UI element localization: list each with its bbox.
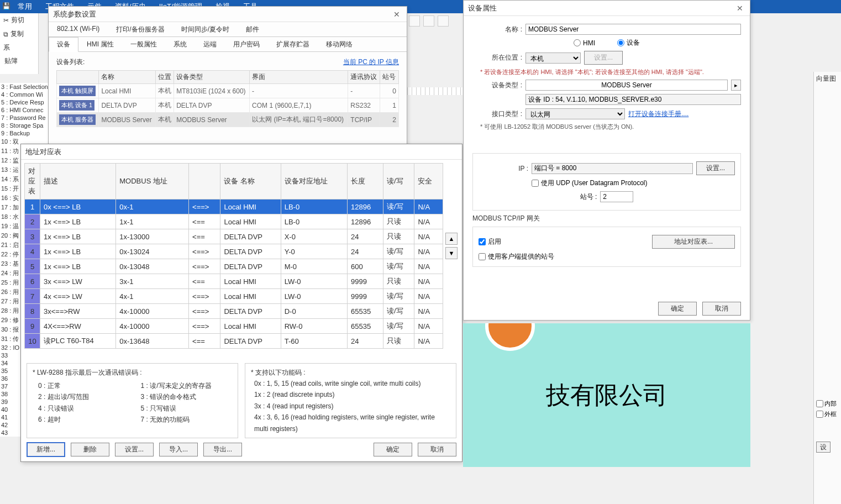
addr-dialog-titlebar[interactable]: 地址对应表 — [21, 144, 462, 160]
devtype-input[interactable] — [525, 80, 728, 91]
window-list-item[interactable]: 9 : Backup — [0, 129, 55, 137]
sys-tab[interactable]: 设备 — [49, 37, 78, 52]
canvas-text: 技有限公司 — [546, 379, 667, 412]
window-list-item[interactable]: 7 : Password Re — [0, 114, 55, 122]
device-manual-link[interactable]: 打开设备连接手册.... — [628, 109, 688, 119]
client-station-checkbox[interactable]: 使用客户端提供的站号 — [479, 252, 554, 261]
ok-button[interactable]: 确定 — [374, 443, 412, 456]
cancel-button[interactable]: 取消 — [702, 302, 741, 316]
menu-common[interactable]: 常用 — [11, 2, 39, 12]
window-list-item[interactable]: 6 : HMI Connec — [0, 106, 55, 114]
devtype-browse-button[interactable]: ▸ — [731, 80, 741, 91]
toolbar-icon-3[interactable] — [438, 15, 449, 27]
window-list-item[interactable]: 5 : Device Resp — [0, 98, 55, 106]
sys-tab[interactable]: 系统 — [165, 37, 195, 51]
addr-col-header[interactable]: 设备对应地址 — [281, 164, 347, 200]
close-icon[interactable]: ✕ — [734, 4, 745, 13]
sys-dialog-titlebar[interactable]: 系统参数设置 ✕ — [49, 7, 407, 22]
sys-tab[interactable]: 用户密码 — [225, 37, 268, 51]
delete-button[interactable]: 删除 — [71, 443, 109, 456]
addr-row[interactable]: 74x <==> LW4x-1<==>Local HMILW-09999读/写N… — [25, 289, 443, 304]
addr-button-bar: 新增... 删除 设置... 导入... 导出... 确定 取消 — [27, 442, 456, 457]
device-col-header[interactable]: 名称 — [99, 71, 155, 84]
ok-button[interactable]: 确定 — [658, 302, 697, 316]
dev-dialog-titlebar[interactable]: 设备属性 ✕ — [464, 1, 750, 16]
move-up-button[interactable]: ▲ — [445, 233, 458, 245]
close-icon[interactable]: ✕ — [391, 10, 402, 19]
name-input[interactable] — [525, 24, 741, 35]
station-input[interactable] — [600, 191, 633, 202]
sys-tab[interactable]: 移动网络 — [318, 37, 361, 51]
addr-row[interactable]: 83x<==>RW4x-10000<==>DELTA DVPD-065535读/… — [25, 304, 443, 319]
device-col-header[interactable]: 界面 — [250, 71, 348, 84]
device-col-header[interactable]: 位置 — [155, 71, 174, 84]
location-select[interactable]: 本机 — [525, 53, 581, 64]
device-col-header[interactable]: 站号 — [380, 71, 399, 84]
addr-row[interactable]: 41x <==> LB0x-13024<==>DELTA DVPY-024读/写… — [25, 244, 443, 259]
window-list-item[interactable]: 4 : Common Wi — [0, 91, 55, 98]
window-list-item[interactable]: 3 : Fast Selection — [0, 83, 55, 91]
addr-row[interactable]: 10x <==> LB0x-1<==>Local HMILB-012896读/写… — [25, 200, 443, 214]
window-list-item[interactable]: 8 : Storage Spa — [0, 122, 55, 129]
sys-tab[interactable]: 远端 — [195, 37, 225, 51]
toolbar-icon-1[interactable] — [409, 15, 420, 27]
gateway-enable-checkbox[interactable]: 启用 — [479, 237, 501, 246]
inner-checkbox[interactable]: 内部 — [816, 400, 839, 408]
new-button[interactable]: 新增... — [27, 442, 65, 457]
addr-col-header[interactable]: 读/写 — [383, 164, 414, 200]
sys-tab[interactable]: 一般属性 — [122, 37, 165, 51]
addr-col-header[interactable]: 描述 — [40, 164, 116, 200]
interface-label: 接口类型 : — [472, 109, 522, 119]
addr-row[interactable]: 31x <==> LB1x-13000<==DELTA DVPX-024只读N/… — [25, 229, 443, 244]
device-table: 名称位置设备类型界面通讯协议站号 本机 触摸屏Local HMI本机MT8103… — [56, 70, 399, 127]
addr-row[interactable]: 21x <==> LB1x-1<==Local HMILB-012896只读N/… — [25, 214, 443, 229]
device-row[interactable]: 本机 设备 1DELTA DVP本机DELTA DVPCOM 1 (9600,E… — [57, 98, 399, 113]
device-list-label: 设备列表: — [56, 57, 85, 67]
sys-tab[interactable]: 扩展存贮器 — [268, 37, 318, 51]
device-col-header[interactable]: 设备类型 — [174, 71, 250, 84]
vector-panel-title: 向量图 — [816, 74, 839, 83]
pc-ip-link[interactable]: 当前 PC 的 IP 信息 — [343, 57, 399, 67]
sys-tab[interactable]: 时间同步/夏令时 — [173, 22, 238, 36]
save-icon[interactable]: 💾 — [2, 2, 11, 11]
device-col-header[interactable] — [57, 71, 99, 84]
vector-settings-button[interactable]: 设 — [816, 442, 831, 453]
addr-col-header[interactable]: 长度 — [348, 164, 383, 200]
cancel-button[interactable]: 取消 — [418, 443, 456, 456]
toolbar-icon-2[interactable] — [423, 15, 434, 27]
sys-button[interactable]: 系 — [0, 41, 38, 55]
udp-checkbox[interactable]: 使用 UDP (User Datagram Protocol) — [532, 179, 648, 188]
import-button[interactable]: 导入... — [159, 443, 198, 456]
addr-col-header[interactable]: 设备 名称 — [220, 164, 281, 200]
sys-tab[interactable]: 802.1X (Wi-Fi) — [49, 22, 108, 36]
addr-col-header[interactable]: 对应表 — [25, 164, 40, 200]
addr-col-header[interactable] — [189, 164, 220, 200]
sys-tab[interactable]: 打印/备份服务器 — [108, 22, 172, 36]
move-down-button[interactable]: ▼ — [445, 247, 458, 259]
export-button[interactable]: 导出... — [203, 443, 242, 456]
addr-col-header[interactable]: MODBUS 地址 — [116, 164, 189, 200]
device-row[interactable]: 本机 服务器MODBUS Server本机MODBUS Server以太网 (I… — [57, 113, 399, 127]
sys-tab[interactable]: 邮件 — [238, 22, 267, 36]
location-note: * 若设备连接至本机的 HMI, 请选择 "本机"; 若设备连接至其他的 HMI… — [480, 68, 741, 76]
canvas-preview: 技有限公司 — [463, 323, 750, 467]
radio-hmi[interactable]: HMI — [574, 39, 595, 47]
settings-button[interactable]: 设置... — [115, 443, 154, 456]
device-col-header[interactable]: 通讯协议 — [348, 71, 380, 84]
sys-tab[interactable]: HMI 属性 — [78, 37, 122, 51]
addr-row[interactable]: 10读PLC T60-T840x-13648<==DELTA DVPT-6024… — [25, 334, 443, 349]
addr-col-header[interactable]: 安全 — [414, 164, 443, 200]
ip-settings-button[interactable]: 设置... — [696, 161, 735, 175]
addr-row[interactable]: 63x <==> LW3x-1<==Local HMILW-09999只读N/A — [25, 274, 443, 289]
address-map-button[interactable]: 地址对应表... — [652, 235, 735, 249]
sys-tabs-row1: 802.1X (Wi-Fi)打印/备份服务器时间同步/夏令时邮件 — [49, 22, 407, 37]
name-label: 名称 : — [472, 25, 522, 34]
addr-row[interactable]: 51x <==> LB0x-13048<==>DELTA DVPM-0600读/… — [25, 259, 443, 274]
copy-button[interactable]: ⧉复制 — [0, 27, 38, 41]
interface-select[interactable]: 以太网 — [525, 108, 625, 119]
radio-device[interactable]: 设备 — [617, 38, 640, 48]
cut-button[interactable]: ✂剪切 — [0, 13, 38, 27]
device-row[interactable]: 本机 触摸屏Local HMI本机MT8103iE (1024 x 600)--… — [57, 84, 399, 98]
addr-row[interactable]: 94X<==>RW4x-10000<==>Local HMIRW-065535读… — [25, 319, 443, 334]
outer-checkbox[interactable]: 外框 — [816, 410, 839, 418]
